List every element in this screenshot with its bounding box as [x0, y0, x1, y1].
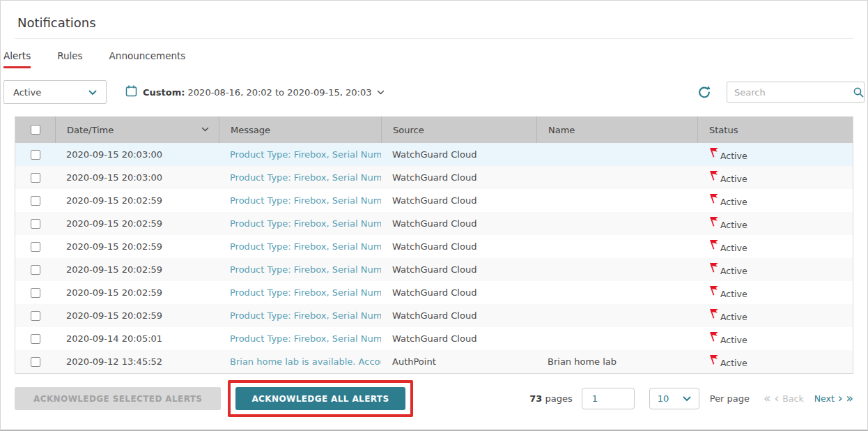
status-label: Active [720, 151, 747, 161]
status-label: Active [720, 243, 747, 253]
row-status: Active [697, 194, 853, 208]
row-checkbox[interactable] [31, 219, 40, 229]
last-page-icon[interactable]: » [846, 393, 853, 404]
status-label: Active [720, 358, 747, 368]
tab-alerts[interactable]: Alerts [3, 50, 31, 68]
row-checkbox[interactable] [31, 288, 40, 298]
table-row[interactable]: 2020-09-15 20:03:00 Product Type: Firebo… [15, 143, 853, 166]
footer-bar: ACKNOWLEDGE SELECTED ALERTS ACKNOWLEDGE … [15, 380, 853, 417]
header-date-time-label: Date/Time [67, 125, 114, 135]
status-label: Active [720, 266, 747, 276]
flag-icon [708, 171, 719, 183]
row-status: Active [697, 263, 853, 277]
table-row[interactable]: 2020-09-14 20:05:01 Product Type: Firebo… [15, 327, 853, 350]
table-row[interactable]: 2020-09-15 20:02:59 Product Type: Firebo… [15, 212, 853, 235]
row-message-link[interactable]: Product Type: Firebox, Serial Numb... [219, 287, 381, 298]
row-checkbox-cell [15, 357, 55, 367]
row-message-link[interactable]: Product Type: Firebox, Serial Numb... [219, 333, 381, 344]
table-row[interactable]: 2020-09-15 20:02:59 Product Type: Firebo… [15, 235, 853, 258]
row-source: WatchGuard Cloud [381, 241, 536, 252]
row-checkbox[interactable] [31, 311, 40, 321]
next-button[interactable]: Next [814, 393, 835, 404]
chevron-down-icon [88, 87, 97, 98]
row-checkbox[interactable] [31, 242, 40, 252]
row-message-link[interactable]: Product Type: Firebox, Serial Numb... [219, 172, 381, 183]
header-source[interactable]: Source [381, 116, 536, 143]
row-status: Active [697, 355, 853, 369]
per-page-dropdown[interactable]: 10 [649, 388, 699, 409]
tab-rules[interactable]: Rules [57, 50, 82, 68]
back-button[interactable]: Back [782, 393, 803, 404]
row-checkbox[interactable] [31, 150, 40, 160]
flag-icon [708, 148, 719, 160]
row-message-link[interactable]: Product Type: Firebox, Serial Numb... [219, 310, 381, 321]
header-date-time[interactable]: Date/Time [55, 116, 219, 143]
date-range-picker[interactable]: Custom: 2020-08-16, 20:02 to 2020-09-15,… [125, 85, 385, 99]
filter-right-tools [697, 82, 865, 103]
status-filter-dropdown[interactable]: Active [3, 80, 107, 104]
row-checkbox[interactable] [31, 265, 40, 275]
row-message-link[interactable]: Product Type: Firebox, Serial Numb... [219, 241, 381, 252]
row-checkbox-cell [15, 196, 55, 206]
table-row[interactable]: 2020-09-15 20:03:00 Product Type: Firebo… [15, 166, 853, 189]
flag-icon [708, 217, 719, 229]
flag-icon [708, 263, 719, 275]
next-page-icon[interactable]: › [838, 393, 843, 404]
chevron-down-icon [683, 393, 691, 404]
sort-chevron-icon[interactable] [201, 127, 209, 133]
date-range-value: 2020-08-16, 20:02 to 2020-09-15, 20:03 [188, 87, 372, 98]
row-message-link[interactable]: Product Type: Firebox, Serial Numb... [219, 264, 381, 275]
flag-icon [708, 332, 719, 344]
highlight-annotation-box: ACKNOWLEDGE ALL ALERTS [228, 380, 412, 417]
row-status: Active [697, 332, 853, 346]
table-row[interactable]: 2020-09-15 20:02:59 Product Type: Firebo… [15, 281, 853, 304]
refresh-button[interactable] [697, 85, 711, 99]
row-checkbox[interactable] [31, 357, 40, 367]
row-checkbox[interactable] [31, 196, 40, 206]
acknowledge-selected-button[interactable]: ACKNOWLEDGE SELECTED ALERTS [15, 387, 221, 410]
header-status[interactable]: Status [697, 116, 853, 143]
tab-announcements[interactable]: Announcements [109, 50, 186, 68]
table-body: 2020-09-15 20:03:00 Product Type: Firebo… [15, 143, 853, 373]
table-row[interactable]: 2020-09-15 20:02:59 Product Type: Firebo… [15, 304, 853, 327]
header-name[interactable]: Name [536, 116, 697, 143]
row-checkbox[interactable] [31, 334, 40, 344]
row-source: AuthPoint [381, 356, 536, 367]
search-input[interactable] [734, 87, 853, 98]
first-page-icon[interactable]: « [764, 393, 770, 404]
row-message-link[interactable]: Product Type: Firebox, Serial Numb... [219, 195, 381, 206]
row-source: WatchGuard Cloud [381, 264, 536, 275]
table-row[interactable]: 2020-09-12 13:45:52 Brian home lab is av… [15, 350, 853, 373]
status-label: Active [720, 174, 747, 184]
current-page-input[interactable] [582, 388, 635, 409]
row-message-link[interactable]: Brian home lab is available. Account... [219, 356, 381, 367]
table-row[interactable]: 2020-09-15 20:02:59 Product Type: Firebo… [15, 258, 853, 281]
status-label: Active [720, 220, 747, 230]
alerts-table: Date/Time Message Source Name Status 202… [15, 116, 853, 374]
search-box [727, 82, 865, 103]
row-checkbox-cell [15, 311, 55, 321]
date-range-label: Custom: [143, 87, 185, 98]
search-icon[interactable] [853, 86, 865, 98]
row-date-time: 2020-09-15 20:03:00 [55, 149, 219, 160]
per-page-label: Per page [710, 393, 750, 404]
row-source: WatchGuard Cloud [381, 287, 536, 298]
row-date-time: 2020-09-15 20:02:59 [55, 310, 219, 321]
header-message[interactable]: Message [219, 116, 381, 143]
previous-page-icon[interactable]: ‹ [774, 393, 779, 404]
select-all-cell [15, 116, 55, 143]
row-status: Active [697, 309, 853, 323]
row-message-link[interactable]: Product Type: Firebox, Serial Numb... [219, 149, 381, 160]
status-label: Active [720, 312, 747, 322]
page-header: Notifications [15, 1, 853, 39]
row-message-link[interactable]: Product Type: Firebox, Serial Numb... [219, 218, 381, 229]
row-status: Active [697, 148, 853, 162]
table-row[interactable]: 2020-09-15 20:02:59 Product Type: Firebo… [15, 189, 853, 212]
row-source: WatchGuard Cloud [381, 310, 536, 321]
row-checkbox[interactable] [31, 173, 40, 183]
select-all-checkbox[interactable] [31, 125, 40, 135]
notifications-page: Notifications Alerts Rules Announcements… [0, 0, 868, 431]
row-source: WatchGuard Cloud [381, 195, 536, 206]
flag-icon [708, 355, 719, 367]
acknowledge-all-button[interactable]: ACKNOWLEDGE ALL ALERTS [235, 387, 405, 410]
